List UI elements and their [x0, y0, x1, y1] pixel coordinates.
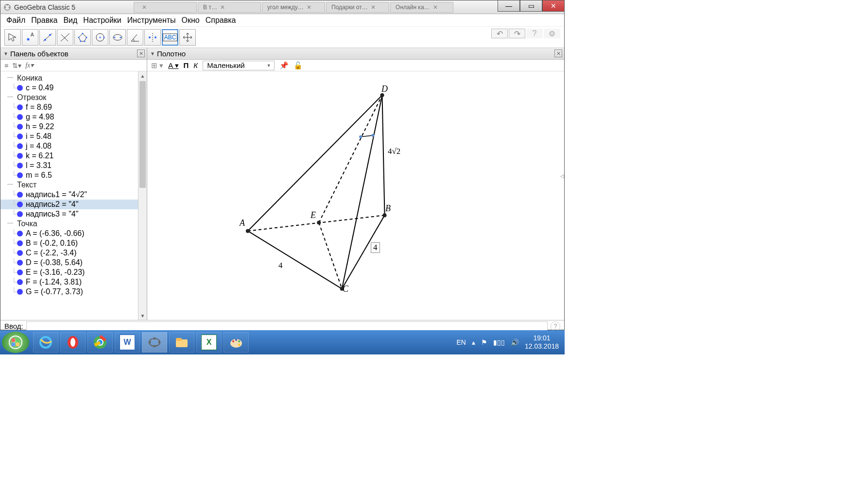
taskbar-excel[interactable]: X — [196, 332, 222, 353]
taskbar-ie[interactable] — [33, 332, 58, 353]
menu-edit[interactable]: Правка — [29, 15, 59, 26]
label-edge-BC[interactable]: 4 — [371, 242, 380, 253]
item-C[interactable]: └C = (-2.2, -3.4) — [0, 248, 147, 258]
taskbar-word[interactable]: W — [115, 332, 140, 353]
close-icon[interactable]: ✕ — [142, 4, 147, 11]
item-t3[interactable]: └надпись3 = "4" — [0, 209, 147, 219]
cat-tekst[interactable]: Текст — [0, 180, 147, 190]
command-input[interactable] — [26, 321, 548, 331]
item-f[interactable]: └f = 8.69 — [0, 102, 147, 112]
menu-tools[interactable]: Инструменты — [125, 15, 178, 26]
italic-button[interactable]: К — [193, 61, 198, 69]
item-t1[interactable]: └надпись1 = "4√2" — [0, 190, 147, 200]
close-icon[interactable]: ✕ — [371, 4, 376, 11]
tool-polygon[interactable] — [74, 29, 91, 46]
tool-line[interactable] — [39, 29, 56, 46]
input-help-icon[interactable]: ? — [551, 321, 560, 331]
fx-icon[interactable]: fx▾ — [25, 61, 34, 69]
canvas-panel-header[interactable]: ▼ Полотно ✕ — [147, 48, 564, 60]
taskbar-paint[interactable] — [224, 332, 249, 353]
svg-line-9 — [61, 34, 69, 41]
item-c[interactable]: └c = 0.49 — [0, 83, 147, 93]
taskbar-geogebra[interactable] — [142, 332, 167, 353]
help-button[interactable]: ? — [526, 29, 543, 38]
item-h[interactable]: └h = 9.22 — [0, 122, 147, 132]
tray-flag-icon[interactable]: ⚑ — [481, 338, 487, 346]
item-k[interactable]: └k = 6.21 — [0, 151, 147, 161]
tray-datetime[interactable]: 19:01 12.03.2018 — [525, 334, 559, 351]
item-F[interactable]: └F = (-1.24, 3.81) — [0, 277, 147, 287]
tool-angle[interactable] — [127, 29, 143, 46]
bold-button[interactable]: П — [184, 61, 189, 69]
svg-line-33 — [319, 223, 342, 289]
scroll-thumb[interactable] — [139, 81, 146, 188]
taskbar-explorer[interactable] — [169, 332, 194, 353]
menu-settings[interactable]: Настройки — [81, 15, 123, 26]
close-panel-icon[interactable]: ✕ — [137, 50, 145, 57]
side-handle-icon[interactable]: ◁ — [560, 173, 564, 178]
list-icon[interactable]: ≡ — [4, 62, 8, 69]
tab-0[interactable]: ✕ — [134, 2, 197, 13]
taskbar-chrome[interactable] — [87, 332, 113, 353]
tool-circle[interactable] — [92, 29, 108, 46]
close-icon[interactable]: ✕ — [433, 4, 438, 11]
item-g[interactable]: └g = 4.98 — [0, 112, 147, 122]
taskbar-opera[interactable] — [60, 332, 86, 353]
tool-reflect[interactable] — [144, 29, 161, 46]
grid-icon[interactable]: ⊞ ▾ — [151, 61, 163, 70]
tray-up-icon[interactable]: ▴ — [472, 338, 475, 346]
tool-move[interactable] — [4, 29, 21, 46]
tool-ellipse[interactable] — [109, 29, 126, 46]
objects-panel-header[interactable]: ▼ Панель объектов ✕ — [0, 48, 147, 60]
close-panel-icon[interactable]: ✕ — [554, 50, 562, 57]
pin-icon[interactable]: 📌 — [279, 61, 289, 70]
tool-perpendicular[interactable] — [57, 29, 73, 46]
item-D[interactable]: └D = (-0.38, 5.64) — [0, 258, 147, 268]
tray-volume-icon[interactable]: 🔊 — [511, 338, 519, 346]
lock-icon[interactable]: 🔓 — [293, 61, 303, 70]
tool-point[interactable]: A — [22, 29, 38, 46]
text-style-icon[interactable]: A ▾ — [168, 61, 178, 70]
redo-button[interactable]: ↷ — [509, 29, 525, 38]
item-A[interactable]: └A = (-6.36, -0.66) — [0, 229, 147, 238]
tray-network-icon[interactable]: ▮▯▯ — [493, 338, 505, 346]
scroll-up-icon[interactable]: ▲ — [138, 71, 147, 80]
menu-view[interactable]: Вид — [61, 15, 79, 26]
tab-2[interactable]: угол между…✕ — [262, 2, 325, 13]
tab-1[interactable]: В т…✕ — [198, 2, 261, 13]
item-l[interactable]: └l = 3.31 — [0, 161, 147, 170]
sort-icon[interactable]: ⇅▾ — [12, 62, 21, 69]
canvas-area[interactable]: A B C D E 4√2 4 4 ◁ — [147, 71, 564, 320]
cat-konika[interactable]: Коника — [0, 73, 147, 83]
item-i[interactable]: └i = 5.48 — [0, 132, 147, 141]
item-G[interactable]: └G = (-0.77, 3.73) — [0, 287, 147, 297]
tool-move-view[interactable] — [179, 29, 196, 46]
close-icon[interactable]: ✕ — [220, 4, 225, 11]
undo-button[interactable]: ↶ — [491, 29, 508, 38]
item-t2[interactable]: └надпись2 = "4" — [0, 200, 147, 209]
start-button[interactable] — [2, 332, 29, 353]
close-icon[interactable]: ✕ — [307, 4, 311, 11]
menu-window[interactable]: Окно — [180, 15, 202, 26]
tray-lang[interactable]: EN — [456, 338, 465, 346]
item-m[interactable]: └m = 6.5 — [0, 170, 147, 180]
item-B[interactable]: └B = (-0.2, 0.16) — [0, 238, 147, 248]
scroll-down-icon[interactable]: ▼ — [138, 311, 147, 320]
titlebar[interactable]: GeoGebra Classic 5 ✕ В т…✕ угол между…✕ … — [0, 0, 564, 14]
cat-tochka[interactable]: Точка — [0, 219, 147, 229]
menu-help[interactable]: Справка — [204, 15, 238, 26]
maximize-button[interactable]: ▭ — [520, 0, 542, 12]
item-j[interactable]: └j = 4.08 — [0, 141, 147, 151]
cat-otrezok[interactable]: Отрезок — [0, 93, 147, 102]
font-size-select[interactable]: Маленький — [203, 61, 275, 70]
tab-4[interactable]: Онлайн ка…✕ — [390, 2, 453, 13]
tab-3[interactable]: Подарки от…✕ — [326, 2, 389, 13]
objects-tree[interactable]: Коника └c = 0.49 Отрезок └f = 8.69 └g = … — [0, 71, 147, 320]
minimize-button[interactable]: — — [498, 0, 520, 12]
tree-scrollbar[interactable]: ▲ ▼ — [138, 71, 147, 320]
menu-file[interactable]: Файл — [4, 15, 27, 26]
tool-text[interactable]: ABC — [162, 29, 178, 46]
close-button[interactable]: ✕ — [542, 0, 565, 12]
item-E[interactable]: └E = (-3.16, -0.23) — [0, 268, 147, 277]
settings-gear[interactable]: ⚙ — [544, 29, 560, 38]
